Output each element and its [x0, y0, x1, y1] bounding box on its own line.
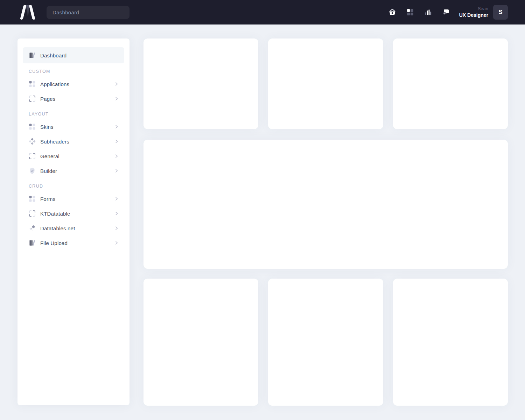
sidebar-item-label: Dashboard — [40, 52, 66, 58]
avatar[interactable]: S — [493, 5, 508, 20]
chevron-right-icon — [114, 197, 119, 201]
sidebar-section-layout: LAYOUT — [23, 112, 124, 117]
chevron-right-icon — [114, 211, 119, 216]
sidebar-item-skins[interactable]: Skins — [23, 119, 124, 134]
sidebar-item-label: General — [40, 153, 114, 159]
sidebar-item-builder[interactable]: Builder — [23, 163, 124, 178]
header-page-title-label: Dashboard — [52, 9, 79, 15]
sidebar-item-applications[interactable]: Applications — [23, 77, 124, 91]
sidebar-item-general[interactable]: General — [23, 149, 124, 163]
chevron-right-icon — [114, 97, 119, 101]
chevron-right-icon — [114, 82, 119, 86]
topbar: Dashboard — [0, 0, 525, 24]
sidebar-item-dashboard[interactable]: Dashboard — [23, 47, 124, 63]
main-area — [144, 38, 508, 406]
header-page-title[interactable]: Dashboard — [47, 6, 130, 19]
library-icon — [29, 52, 36, 59]
sidebar-item-label: Pages — [40, 96, 114, 102]
grid-2x2-icon — [29, 195, 36, 202]
sidebar-item-file-upload[interactable]: File Upload — [23, 236, 124, 250]
user-info: Sean UX Designer — [459, 6, 488, 19]
basket-icon[interactable] — [387, 7, 397, 17]
sidebar: Dashboard CUSTOM Applications — [18, 38, 130, 405]
grid-2x2-icon — [29, 80, 36, 88]
sidebar-item-pages[interactable]: Pages — [23, 91, 124, 106]
user-name: Sean — [459, 6, 488, 12]
sidebar-item-ktdatatable[interactable]: KTDatatable — [23, 206, 124, 221]
shield-check-icon — [29, 167, 36, 174]
grid-icon[interactable] — [405, 7, 415, 17]
frame-icon — [29, 153, 36, 160]
bottom-cards-row — [144, 279, 508, 406]
sidebar-item-label: Forms — [40, 196, 114, 202]
sidebar-item-label: Datatables.net — [40, 225, 114, 231]
diamonds-icon — [29, 138, 36, 145]
top-cards-row — [144, 38, 508, 129]
card — [144, 279, 258, 406]
chevron-right-icon — [114, 139, 119, 144]
frame-icon — [29, 210, 36, 217]
frame-icon — [29, 95, 36, 102]
sidebar-item-label: Builder — [40, 168, 114, 174]
chevron-right-icon — [114, 241, 119, 245]
burst-icon — [29, 225, 36, 232]
chevron-right-icon — [114, 226, 119, 230]
sidebar-item-datatables-net[interactable]: Datatables.net — [23, 221, 124, 236]
sidebar-item-label: Applications — [40, 81, 114, 87]
user-role: UX Designer — [459, 12, 488, 19]
chevron-right-icon — [114, 169, 119, 173]
wide-card — [144, 140, 508, 269]
sidebar-item-label: Skins — [40, 124, 114, 130]
card — [268, 279, 383, 406]
chat-icon[interactable] — [441, 7, 451, 17]
sidebar-item-label: Subheaders — [40, 139, 114, 145]
sidebar-item-label: File Upload — [40, 240, 114, 246]
card — [393, 38, 508, 129]
chevron-right-icon — [114, 154, 119, 158]
card — [268, 38, 383, 129]
bar-chart-icon[interactable] — [423, 7, 433, 17]
grid-2x2-icon — [29, 123, 36, 130]
sidebar-item-subheaders[interactable]: Subheaders — [23, 134, 124, 149]
card — [393, 279, 508, 406]
library-icon — [29, 239, 36, 246]
card — [144, 38, 258, 129]
content-area: Dashboard CUSTOM Applications — [0, 24, 525, 406]
sidebar-item-label: KTDatatable — [40, 211, 114, 217]
app-logo-icon[interactable] — [20, 5, 36, 20]
avatar-initial: S — [498, 9, 502, 16]
chevron-right-icon — [114, 125, 119, 129]
user-menu[interactable]: Sean UX Designer S — [459, 5, 508, 20]
sidebar-section-crud: CRUD — [23, 184, 124, 189]
sidebar-section-custom: CUSTOM — [23, 69, 124, 74]
sidebar-item-forms[interactable]: Forms — [23, 191, 124, 206]
